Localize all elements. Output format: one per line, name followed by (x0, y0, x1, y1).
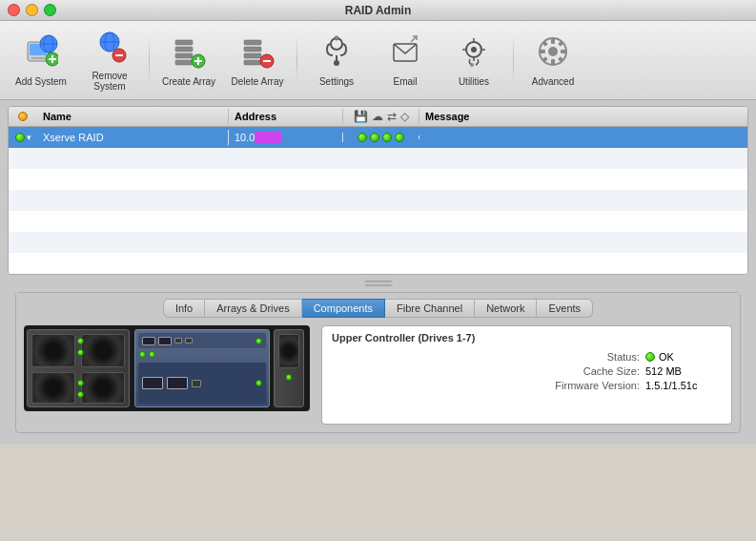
close-button[interactable] (8, 4, 20, 16)
svg-rect-15 (175, 47, 193, 52)
status-value: OK (645, 351, 722, 363)
fan-bottom-right (81, 372, 125, 404)
settings-button[interactable]: Settings (303, 31, 370, 91)
delete-array-button[interactable]: Delete Array (224, 31, 291, 91)
right-enclosure (274, 329, 304, 407)
firmware-row: Firmware Version: 1.5.1/1.51c (332, 380, 722, 391)
separator-1 (149, 36, 150, 84)
status-text: OK (659, 351, 674, 363)
status-green-dot (645, 352, 655, 362)
svg-line-32 (411, 36, 417, 42)
led-left-3 (77, 380, 84, 386)
fan-top-left (31, 334, 75, 367)
window-controls (8, 4, 56, 16)
window-title: RAID Admin (345, 4, 412, 17)
tab-arrays-drives[interactable]: Arrays & Drives (205, 299, 301, 318)
port-1 (142, 337, 155, 345)
name-col-header: Name (37, 109, 228, 124)
empty-row-6 (9, 253, 747, 274)
mid-controller (134, 329, 270, 407)
tab-events-label: Events (548, 302, 581, 314)
right-led (286, 374, 293, 381)
tab-network[interactable]: Network (475, 299, 537, 318)
tab-components[interactable]: Components (302, 299, 385, 318)
mid-led-3 (149, 351, 155, 358)
controller-title: Upper Controller (Drives 1-7) (332, 332, 722, 343)
svg-rect-23 (244, 53, 261, 58)
svg-point-29 (334, 60, 339, 66)
svg-rect-17 (175, 60, 193, 65)
maximize-button[interactable] (44, 4, 56, 16)
port-6 (167, 377, 188, 389)
utilities-label: Utilities (459, 76, 489, 87)
left-enclosure (27, 329, 130, 407)
right-fan (278, 334, 299, 368)
create-array-icon (172, 34, 206, 73)
port-3 (174, 338, 182, 343)
add-system-label: Add System (15, 76, 67, 87)
raid-visualization (24, 325, 310, 411)
power-icon: ⇄ (387, 110, 397, 123)
tab-info[interactable]: Info (163, 299, 205, 318)
minimize-button[interactable] (26, 4, 38, 16)
message-header-label: Message (425, 111, 469, 122)
tab-network-label: Network (486, 302, 524, 314)
main-content: Name Address 💾 ☁ ⇄ ◇ Message ▾ Xserve RA… (0, 100, 756, 445)
status-dot-1 (358, 133, 367, 142)
table-row[interactable]: ▾ Xserve RAID 10.0 (9, 127, 747, 148)
cache-row: Cache Size: 512 MB (332, 365, 722, 377)
delete-array-icon (240, 34, 275, 73)
settings-icon (319, 34, 354, 73)
svg-point-30 (335, 36, 338, 40)
address-header-label: Address (235, 111, 276, 122)
address-text: 10.0 (235, 132, 255, 143)
svg-point-38 (471, 47, 477, 52)
advanced-label: Advanced (532, 76, 574, 87)
remove-system-button[interactable]: Remove System (76, 25, 143, 95)
advanced-button[interactable]: Advanced (520, 31, 586, 91)
svg-rect-14 (175, 40, 193, 45)
address-highlight (255, 132, 280, 143)
status-dot-4 (395, 133, 404, 142)
row-expand-icon: ▾ (27, 133, 31, 142)
name-header-label: Name (43, 111, 72, 122)
table-header: Name Address 💾 ☁ ⇄ ◇ Message (9, 107, 747, 127)
empty-row-2 (9, 169, 747, 190)
email-button[interactable]: Email (372, 31, 439, 91)
mid-bottom-strip (138, 363, 266, 404)
bottom-panel: Info Arrays & Drives Components Fibre Ch… (15, 292, 741, 433)
add-system-button[interactable]: Add System (8, 31, 74, 91)
net-icon: ◇ (400, 110, 409, 123)
title-bar: RAID Admin (0, 0, 756, 21)
remove-system-label: Remove System (80, 71, 139, 92)
cache-label: Cache Size: (535, 365, 640, 377)
advanced-icon (536, 34, 570, 73)
svg-rect-43 (551, 59, 555, 65)
port-5 (142, 377, 163, 389)
delete-array-label: Delete Array (231, 76, 283, 87)
firmware-value: 1.5.1/1.51c (645, 380, 722, 391)
toolbar: Add System Remove System (0, 21, 756, 100)
svg-point-39 (470, 63, 474, 67)
row-status-dot (15, 133, 25, 142)
controller-info: Upper Controller (Drives 1-7) Status: OK… (321, 325, 732, 425)
separator-3 (513, 36, 514, 84)
row-name-cell: Xserve RAID (37, 130, 228, 145)
mid-led-row (139, 351, 155, 358)
divider (8, 275, 748, 292)
utilities-button[interactable]: Utilities (440, 31, 507, 91)
tab-events[interactable]: Events (537, 299, 593, 318)
empty-row-3 (9, 190, 747, 211)
empty-row-5 (9, 232, 747, 253)
remove-system-icon (92, 29, 127, 68)
svg-rect-21 (244, 40, 261, 45)
svg-rect-24 (244, 60, 261, 65)
drag-handle[interactable] (364, 281, 393, 286)
svg-rect-2 (31, 57, 45, 59)
led-left-1 (77, 338, 84, 344)
create-array-label: Create Array (162, 76, 215, 87)
tab-fibre-channel[interactable]: Fibre Channel (385, 299, 475, 318)
status-label: Status: (535, 351, 640, 363)
icons-col-header: 💾 ☁ ⇄ ◇ (342, 109, 419, 124)
create-array-button[interactable]: Create Array (155, 31, 222, 91)
